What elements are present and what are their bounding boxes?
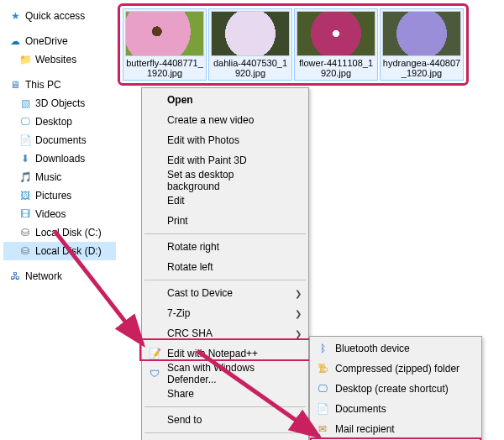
video-icon: 🎞 (18, 207, 32, 221)
label: Share (167, 388, 194, 400)
label: Send to (167, 414, 202, 426)
menu-create-video[interactable]: Create a new video (144, 110, 307, 130)
selected-thumbnails: butterfly-4408771_1920.jpg dahlia-440753… (118, 3, 469, 86)
thumbnail-label: flower-4411108_1920.jpg (297, 58, 375, 78)
shield-icon: 🛡 (147, 366, 162, 381)
label: 3D Objects (35, 97, 85, 109)
menu-cast[interactable]: Cast to Device❯ (144, 283, 307, 303)
star-icon: ★ (8, 9, 22, 23)
label: Mail recipient (335, 423, 395, 435)
thumbnail-label: dahlia-4407530_1920.jpg (211, 58, 290, 78)
tree-local-disk-c[interactable]: ⛁Local Disk (C:) (3, 223, 116, 242)
menu-edit-photos[interactable]: Edit with Photos (144, 130, 307, 150)
thumbnail[interactable]: hydrangea-440807_1920.jpg (380, 8, 464, 81)
menu-share[interactable]: Share (144, 384, 307, 404)
label: Bluetooth device (335, 343, 410, 354)
bluetooth-icon: ᛒ (315, 341, 330, 356)
label: Downloads (35, 153, 85, 165)
tree-videos[interactable]: 🎞Videos (3, 205, 116, 223)
context-menu: Open Create a new video Edit with Photos… (141, 87, 309, 440)
menu-crc-sha[interactable]: CRC SHA❯ (144, 323, 307, 343)
label: Rotate right (167, 241, 219, 253)
submenu-mail[interactable]: ✉Mail recipient (312, 419, 480, 439)
picture-icon: 🖼 (18, 189, 32, 202)
tree-websites[interactable]: 📁 Websites (3, 50, 116, 69)
desktop-icon: 🖵 (315, 381, 330, 396)
document-icon: 📄 (315, 401, 330, 416)
tree-3d-objects[interactable]: ▧3D Objects (3, 94, 116, 113)
label: Compressed (zipped) folder (335, 363, 459, 375)
tree-downloads[interactable]: ⬇Downloads (3, 149, 116, 168)
label: Network (25, 270, 62, 282)
label: CRC SHA (167, 327, 213, 339)
chevron-right-icon: ❯ (295, 329, 302, 338)
menu-set-bg[interactable]: Set as desktop background (144, 170, 307, 191)
download-icon: ⬇ (18, 152, 32, 165)
label: Pictures (35, 190, 71, 202)
label: Create a new video (167, 114, 254, 126)
tree-network[interactable]: 🖧 Network (3, 267, 116, 285)
thumbnail-label: butterfly-4408771_1920.jpg (125, 58, 204, 78)
label: Desktop (create shortcut) (335, 383, 449, 395)
menu-separator (144, 406, 306, 407)
menu-rotate-right[interactable]: Rotate right (144, 237, 307, 257)
music-icon: 🎵 (18, 170, 32, 184)
menu-notepadpp[interactable]: 📝Edit with Notepad++ (144, 343, 307, 364)
menu-7zip[interactable]: 7-Zip❯ (144, 303, 307, 323)
cloud-icon: ☁ (8, 34, 22, 48)
tree-onedrive[interactable]: ☁ OneDrive (3, 32, 116, 50)
label: OneDrive (25, 35, 68, 47)
label: Edit (167, 195, 185, 207)
menu-print[interactable]: Print (144, 211, 307, 231)
zip-icon: 🗜 (315, 361, 330, 376)
label: Local Disk (C:) (35, 227, 102, 238)
menu-send-to[interactable]: Send to❯ (144, 410, 307, 430)
label: 7-Zip (167, 307, 190, 319)
tree-this-pc[interactable]: 🖥 This PC (3, 76, 116, 94)
label: Documents (35, 134, 87, 146)
label: Websites (35, 54, 76, 65)
label: Local Disk (D:) (35, 245, 102, 257)
label: Videos (35, 208, 66, 220)
label: Documents (335, 403, 386, 415)
thumbnail[interactable]: flower-4411108_1920.jpg (294, 8, 378, 81)
tree-quick-access[interactable]: ★ Quick access (3, 7, 116, 25)
submenu-documents[interactable]: 📄Documents (312, 399, 480, 419)
tree-local-disk-d[interactable]: ⛁Local Disk (D:) (3, 242, 116, 260)
drive-icon: ⛁ (18, 244, 32, 258)
pc-icon: 🖥 (8, 78, 22, 92)
thumbnail[interactable]: butterfly-4408771_1920.jpg (123, 8, 207, 81)
folder-icon: 📁 (18, 53, 32, 66)
label: Music (35, 171, 61, 183)
document-icon: 📄 (18, 134, 32, 147)
menu-rotate-left[interactable]: Rotate left (144, 257, 307, 277)
submenu-desktop-shortcut[interactable]: 🖵Desktop (create shortcut) (312, 379, 480, 399)
menu-separator (144, 280, 306, 280)
tree-music[interactable]: 🎵Music (3, 168, 116, 186)
thumbnail-image (125, 11, 204, 56)
tree-pictures[interactable]: 🖼Pictures (3, 186, 116, 205)
label: Scan with Windows Defender... (167, 362, 288, 385)
menu-separator (144, 432, 306, 433)
label: Open (167, 94, 193, 106)
chevron-right-icon: ❯ (295, 416, 302, 425)
mail-icon: ✉ (315, 422, 330, 437)
tree-documents[interactable]: 📄Documents (3, 131, 116, 149)
thumbnail[interactable]: dahlia-4407530_1920.jpg (208, 8, 292, 81)
menu-open[interactable]: Open (144, 90, 307, 110)
menu-cut[interactable]: Cut (144, 436, 307, 440)
menu-edit[interactable]: Edit (144, 191, 307, 211)
label: Print (167, 215, 188, 227)
menu-defender[interactable]: 🛡Scan with Windows Defender... (144, 364, 307, 384)
submenu-bluetooth[interactable]: ᛒBluetooth device (312, 338, 480, 359)
submenu-zip[interactable]: 🗜Compressed (zipped) folder (312, 359, 480, 379)
menu-edit-paint3d[interactable]: Edit with Paint 3D (144, 150, 307, 170)
desktop-icon: 🖵 (18, 115, 32, 128)
cube-icon: ▧ (18, 97, 32, 110)
tree-desktop[interactable]: 🖵Desktop (3, 113, 116, 131)
label: Edit with Notepad++ (167, 348, 258, 359)
notepad-icon: 📝 (147, 346, 162, 361)
label: Edit with Paint 3D (167, 155, 247, 166)
thumbnail-image (211, 11, 290, 56)
label: This PC (25, 79, 61, 91)
